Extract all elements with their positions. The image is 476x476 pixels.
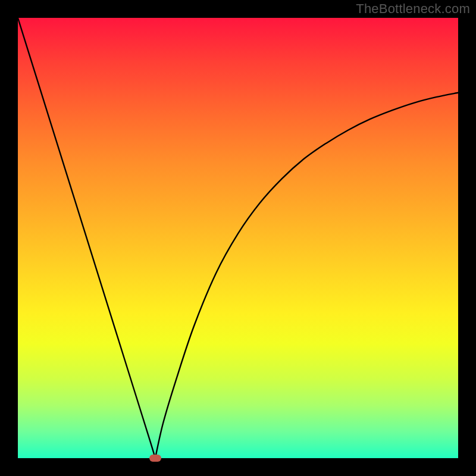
plot-area <box>18 18 458 458</box>
watermark-text: TheBottleneck.com <box>356 1 470 17</box>
chart-frame: TheBottleneck.com <box>0 0 476 476</box>
curve-svg <box>18 18 458 458</box>
bottleneck-curve <box>18 18 458 458</box>
minimum-marker <box>149 455 161 462</box>
